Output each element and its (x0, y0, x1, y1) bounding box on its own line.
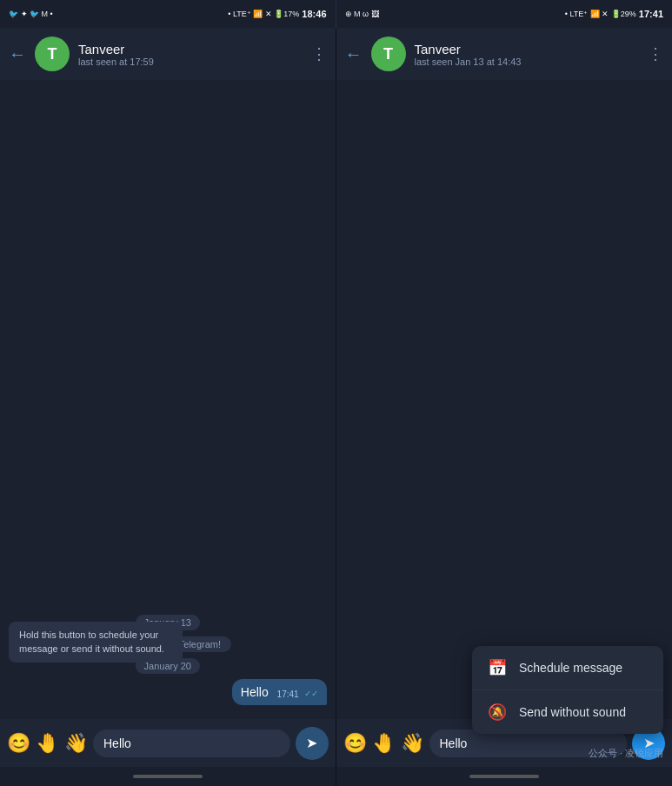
left-phone-panel: ← T Tanveer last seen at 17:59 ⋮ January… (0, 28, 336, 786)
right-contact-name: Tanveer (415, 42, 640, 57)
left-message-input[interactable] (93, 729, 290, 757)
left-send-button[interactable]: ➤ (296, 727, 329, 760)
right-phone-panel: ← T Tanveer last seen Jan 13 at 14:43 ⋮ … (336, 28, 673, 786)
left-wave-left-icon: 🤚 (36, 732, 59, 755)
right-contact-status: last seen Jan 13 at 14:43 (415, 57, 640, 67)
right-home-bar (469, 775, 539, 778)
phones-row: ← T Tanveer last seen at 17:59 ⋮ January… (0, 28, 672, 786)
left-input-area: 😊 🤚 👋 ➤ (0, 719, 336, 767)
status-bar-left: 🐦 ✦ 🐦 M • • LTE⁺ 📶 ✕ 🔋17% 18:46 (0, 0, 336, 28)
mute-icon: 🔕 (488, 703, 507, 722)
right-emoji-button[interactable]: 😊 (343, 732, 367, 755)
calendar-icon: 📅 (488, 658, 507, 677)
right-chat-header: ← T Tanveer last seen Jan 13 at 14:43 ⋮ (336, 28, 673, 80)
right-chat-body (336, 80, 673, 719)
watermark-text: 公众号 · 凌锐应用 (589, 748, 663, 758)
left-status-icons: 🐦 ✦ 🐦 M • (9, 10, 53, 18)
right-status-right-icons: • LTE⁺ 📶 ✕ 🔋29% 17:41 (565, 9, 663, 19)
left-contact-name: Tanveer (78, 42, 303, 57)
silent-label: Send without sound (519, 705, 626, 719)
left-avatar: T (35, 37, 70, 71)
right-status-icons-text: ⊕ M ω 🖼 (345, 10, 379, 18)
tooltip-text: Hold this button to schedule your messag… (19, 629, 164, 653)
status-bar-row: 🐦 ✦ 🐦 M • • LTE⁺ 📶 ✕ 🔋17% 18:46 ⊕ M ω 🖼 … (0, 0, 672, 28)
left-contact-status: last seen at 17:59 (78, 57, 303, 67)
right-contact-info: Tanveer last seen Jan 13 at 14:43 (415, 42, 640, 67)
schedule-label: Schedule message (519, 661, 622, 675)
context-menu-silent[interactable]: 🔕 Send without sound (472, 690, 663, 734)
bubble-text: Hello (241, 685, 269, 699)
left-signal-icons: • LTE⁺ 📶 ✕ 🔋17% (228, 10, 299, 18)
context-menu: 📅 Schedule message 🔕 Send without sound (472, 646, 663, 734)
right-home-indicator (336, 767, 673, 786)
left-status-icons-text: 🐦 ✦ 🐦 M • (9, 10, 53, 18)
message-hello: Hello 17:41 ✓✓ (9, 679, 327, 705)
screenshot-container: 🐦 ✦ 🐦 M • • LTE⁺ 📶 ✕ 🔋17% 18:46 ⊕ M ω 🖼 … (0, 0, 672, 786)
right-status-icons: ⊕ M ω 🖼 (345, 10, 379, 18)
right-header-menu-icon[interactable]: ⋮ (648, 44, 663, 63)
left-status-time: 18:46 (302, 9, 326, 19)
bubble-check: ✓✓ (304, 689, 318, 698)
watermark: 公众号 · 凌锐应用 (589, 747, 663, 760)
left-status-right-icons: • LTE⁺ 📶 ✕ 🔋17% 18:46 (228, 9, 326, 19)
right-back-button[interactable]: ← (345, 44, 363, 64)
left-send-icon: ➤ (306, 735, 317, 751)
left-wave-right-icon[interactable]: 👋 (64, 732, 88, 755)
left-home-bar (133, 775, 203, 778)
left-home-indicator (0, 767, 336, 786)
status-bar-right: ⊕ M ω 🖼 • LTE⁺ 📶 ✕ 🔋29% 17:41 (336, 0, 673, 28)
right-signal-icons: • LTE⁺ 📶 ✕ 🔋29% (565, 10, 636, 18)
left-emoji-button[interactable]: 😊 (7, 732, 30, 755)
schedule-tooltip: Hold this button to schedule your messag… (9, 622, 183, 663)
context-menu-schedule[interactable]: 📅 Schedule message (472, 646, 663, 690)
left-chat-body: January 13 Tanveer joined Telegram! Janu… (0, 80, 336, 719)
bubble-time: 17:41 (277, 689, 299, 699)
left-back-button[interactable]: ← (9, 44, 26, 64)
right-avatar: T (371, 37, 406, 71)
left-header-menu-icon[interactable]: ⋮ (311, 44, 327, 63)
left-contact-info: Tanveer last seen at 17:59 (78, 42, 303, 67)
bubble-hello: Hello 17:41 ✓✓ (232, 679, 327, 705)
right-wave-left-icon: 🤚 (372, 732, 396, 755)
left-chat-header: ← T Tanveer last seen at 17:59 ⋮ (0, 28, 336, 80)
right-status-time: 17:41 (639, 9, 663, 19)
right-wave-right-icon[interactable]: 👋 (401, 732, 424, 755)
